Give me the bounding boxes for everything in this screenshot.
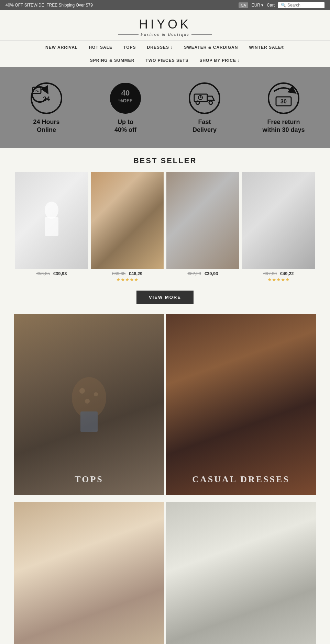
new-price-2: €48,29 xyxy=(129,271,143,276)
new-price-4: €49,22 xyxy=(280,271,294,276)
nav-two-pieces[interactable]: TWO PIECES SETS xyxy=(140,55,194,66)
dresses-label: CASUAL DRESSES xyxy=(192,474,290,485)
main-nav: NEW ARRIVAL HOT SALE TOPS DRESSES ↓ SWEA… xyxy=(0,41,330,67)
svg-rect-18 xyxy=(45,217,58,236)
svg-rect-23 xyxy=(80,411,98,432)
dresses-bg xyxy=(166,314,316,495)
tops-illustration xyxy=(62,370,117,439)
nav-row-2: SPRING & SUMMER TWO PIECES SETS SHOP BY … xyxy=(0,54,330,67)
svg-point-21 xyxy=(94,392,98,396)
nav-spring-summer[interactable]: SPRING & SUMMER xyxy=(85,55,140,66)
category-grid-2: SWEATER SETS xyxy=(0,498,330,644)
svg-point-20 xyxy=(79,388,85,394)
new-price-3: €39,93 xyxy=(205,271,218,276)
svg-text:30: 30 xyxy=(280,99,287,104)
nav-hot-sale[interactable]: HOT SALE xyxy=(83,42,118,53)
svg-text:%OFF: %OFF xyxy=(119,98,133,103)
feature-40off-label: Up to40% off xyxy=(114,118,136,134)
product-price-4: €67,80 €49,22 xyxy=(242,269,315,277)
currency-selector[interactable]: EUR ▾ xyxy=(252,3,264,8)
category-tops[interactable]: TOPS xyxy=(14,314,164,495)
nav-dresses[interactable]: DRESSES ↓ xyxy=(142,42,179,53)
old-price-4: €67,80 xyxy=(263,271,277,276)
product-image-1 xyxy=(15,172,88,269)
tops-label: TOPS xyxy=(75,474,103,485)
nav-row-1: NEW ARRIVAL HOT SALE TOPS DRESSES ↓ SWEA… xyxy=(0,41,330,54)
svg-point-10 xyxy=(209,101,212,104)
product-silhouette-1 xyxy=(38,200,65,241)
svg-point-17 xyxy=(45,202,58,219)
feature-40off: 40 %OFF Up to40% off xyxy=(86,81,165,134)
product-price-2: €69,65 €48,29 xyxy=(91,269,164,277)
feature-24hours-label: 24 HoursOnline xyxy=(33,118,59,134)
logo-subtitle: Fashion & Boutique xyxy=(0,32,330,37)
feature-delivery-label: FastDelivery xyxy=(192,118,217,134)
percent-40-icon: 40 %OFF xyxy=(108,81,143,115)
lang-button[interactable]: CA xyxy=(239,2,248,8)
features-section: PC 24 24 HoursOnline 40 %OFF Up to40% of… xyxy=(0,67,330,148)
promo-text: 40% OFF SITEWIDE |FREE Shipping Over $79 xyxy=(6,3,93,8)
category-grid-1: TOPS CASUAL DRESSES xyxy=(0,311,330,498)
return-30-icon: 30 xyxy=(266,81,301,115)
cart-link[interactable]: Cart xyxy=(267,3,275,8)
old-price-2: €69,65 xyxy=(112,271,125,276)
product-card-4[interactable]: €67,80 €49,22 ★★★★★ xyxy=(241,171,316,284)
product-stars-4: ★★★★★ xyxy=(242,277,315,282)
product-price-1: €56,65 €39,93 xyxy=(15,269,88,277)
search-icon: 🔍 xyxy=(281,3,286,8)
search-box: 🔍 xyxy=(278,2,324,8)
nav-shop-by-price[interactable]: SHOP BY PRICE ↓ xyxy=(194,55,245,66)
old-price-1: €56,65 xyxy=(36,271,50,276)
product-card-3[interactable]: €62,23 €39,93 xyxy=(165,171,241,284)
nav-winter-sale[interactable]: WINTER SALE® xyxy=(243,42,290,53)
sets-bg xyxy=(166,502,316,644)
category-sets[interactable]: SETS xyxy=(166,502,316,644)
old-price-3: €62,23 xyxy=(187,271,201,276)
feature-return: 30 Free returnwithin 30 days xyxy=(244,81,323,134)
feature-return-label: Free returnwithin 30 days xyxy=(262,118,305,134)
svg-text:24: 24 xyxy=(43,95,50,102)
best-seller-title: BEST SELLER xyxy=(0,148,330,171)
new-price-1: €39,93 xyxy=(53,271,67,276)
logo-title[interactable]: HIYOK xyxy=(0,17,330,32)
product-card-2[interactable]: €69,65 €48,29 ★★★★★ xyxy=(89,171,165,284)
nav-tops[interactable]: TOPS xyxy=(118,42,141,53)
product-price-3: €62,23 €39,93 xyxy=(166,269,239,277)
svg-text:PC: PC xyxy=(35,89,39,92)
nav-sweater-cardigan[interactable]: SWEATER & CARDIGAN xyxy=(178,42,243,53)
feature-delivery: FastDelivery xyxy=(165,81,244,134)
feature-24hours: PC 24 24 HoursOnline xyxy=(7,81,86,134)
sweater-bg xyxy=(14,502,164,644)
product-image-2 xyxy=(91,172,164,269)
svg-point-9 xyxy=(196,101,199,104)
svg-text:40: 40 xyxy=(121,89,130,97)
nav-new-arrival[interactable]: NEW ARRIVAL xyxy=(40,42,83,53)
product-grid: €56,65 €39,93 €69,65 €48,29 ★★★★★ €62,23… xyxy=(0,171,330,284)
product-image-3 xyxy=(166,172,239,269)
tops-bg xyxy=(14,314,164,495)
top-banner-right: CA EUR ▾ Cart 🔍 xyxy=(239,2,324,8)
search-input[interactable] xyxy=(287,3,322,8)
category-sweater[interactable]: SWEATER xyxy=(14,502,164,644)
product-stars-2: ★★★★★ xyxy=(91,277,164,282)
product-image-4 xyxy=(242,172,315,269)
logo-area: HIYOK Fashion & Boutique xyxy=(0,10,330,41)
truck-fast-icon xyxy=(187,81,222,115)
product-card-1[interactable]: €56,65 €39,93 xyxy=(14,171,89,284)
svg-point-22 xyxy=(85,399,90,404)
best-seller-section: BEST SELLER €56,65 €39,93 xyxy=(0,148,330,304)
top-banner: 40% OFF SITEWIDE |FREE Shipping Over $79… xyxy=(0,0,330,10)
clock-24-icon: PC 24 xyxy=(29,81,64,115)
category-dresses[interactable]: CASUAL DRESSES xyxy=(166,314,316,495)
view-more-button[interactable]: VIEW MORE xyxy=(136,291,194,304)
